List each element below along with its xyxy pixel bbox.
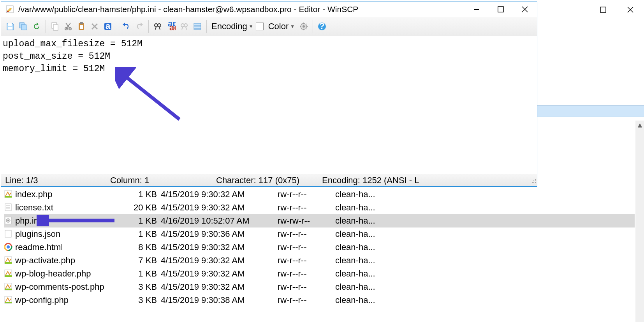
editor-title: /var/www/public/clean-hamster/php.ini - …: [18, 5, 465, 14]
file-owner: clean-ha...: [335, 295, 394, 305]
svg-rect-56: [194, 23, 201, 30]
status-encoding: Encoding: 1252 (ANSI - L: [318, 174, 530, 186]
svg-rect-34: [53, 24, 58, 30]
maximize-button[interactable]: [489, 2, 513, 17]
save-button[interactable]: [4, 20, 17, 33]
close-button[interactable]: [513, 2, 537, 17]
redo-button[interactable]: [133, 20, 146, 33]
file-icon: [4, 216, 13, 226]
editor-titlebar[interactable]: /var/www/public/clean-hamster/php.ini - …: [1, 2, 537, 17]
file-rights: rw-r--r--: [278, 189, 335, 200]
svg-line-48: [155, 27, 156, 30]
file-name: php.ini: [15, 216, 40, 226]
file-icon: [4, 282, 13, 292]
preferences-button[interactable]: [297, 20, 310, 33]
svg-point-52: [181, 24, 184, 27]
file-size: 1 KB: [114, 269, 161, 279]
file-name: index.php: [15, 189, 52, 200]
file-size: 1 KB: [114, 216, 161, 226]
file-changed: 4/15/2019 9:30:32 AM: [161, 269, 278, 279]
status-column: Column: 1: [106, 174, 212, 186]
table-row[interactable]: plugins.json1 KB4/15/2019 9:30:36 AMrw-r…: [4, 228, 635, 241]
table-row[interactable]: php.ini1 KB4/16/2019 10:52:07 AMrw-rw-r-…: [4, 214, 635, 228]
reload-button[interactable]: [30, 20, 43, 33]
svg-rect-12: [5, 230, 11, 237]
svg-rect-31: [8, 23, 12, 26]
file-icon: [4, 190, 13, 199]
table-row[interactable]: license.txt20 KB4/15/2019 9:30:32 AMrw-r…: [4, 201, 635, 214]
table-row[interactable]: wp-blog-header.php1 KB4/15/2019 9:30:32 …: [4, 267, 635, 280]
scroll-up-icon[interactable]: ▴: [635, 121, 644, 129]
table-row[interactable]: wp-activate.php7 KB4/15/2019 9:30:32 AMr…: [4, 254, 635, 267]
svg-line-69: [306, 24, 306, 24]
table-row[interactable]: wp-config.php3 KB4/15/2019 9:30:38 AMrw-…: [4, 294, 635, 307]
file-owner: clean-ha...: [335, 256, 394, 266]
table-row[interactable]: wp-comments-post.php3 KB4/15/2019 9:30:3…: [4, 280, 635, 294]
toolbar-separator: [148, 20, 149, 33]
parent-maximize-button[interactable]: [589, 0, 617, 19]
help-button[interactable]: ?: [315, 20, 329, 33]
save-all-button[interactable]: [17, 20, 30, 33]
parent-scrollbar[interactable]: ▴: [635, 121, 644, 322]
table-row[interactable]: readme.html8 KB4/15/2019 9:30:32 AMrw-r-…: [4, 241, 635, 254]
svg-rect-41: [80, 25, 83, 29]
file-changed: 4/15/2019 9:30:32 AM: [161, 189, 278, 200]
file-name: wp-activate.php: [15, 256, 75, 266]
parent-close-button[interactable]: [617, 0, 644, 19]
file-rights: rw-r--r--: [278, 282, 335, 292]
file-size: 1 KB: [114, 189, 161, 200]
svg-line-55: [186, 27, 187, 30]
file-changed: 4/16/2019 10:52:07 AM: [161, 216, 278, 226]
toolbar-separator: [117, 20, 117, 33]
svg-line-67: [306, 28, 306, 29]
file-owner: clean-ha...: [335, 282, 394, 292]
file-name: wp-comments-post.php: [15, 282, 104, 292]
cut-button[interactable]: [62, 20, 75, 33]
file-owner: clean-ha...: [335, 242, 394, 252]
file-name: plugins.json: [15, 229, 60, 239]
delete-button[interactable]: [88, 20, 101, 33]
file-icon: [4, 203, 13, 212]
encoding-dropdown[interactable]: Encoding▼: [209, 21, 256, 32]
color-checkbox[interactable]: [256, 23, 264, 30]
goto-button[interactable]: [191, 20, 204, 33]
select-all-button[interactable]: a: [101, 20, 114, 33]
svg-rect-40: [80, 22, 83, 24]
editor-textarea[interactable]: upload_max_filesize = 512M post_max_size…: [1, 37, 537, 174]
file-icon: [4, 256, 13, 265]
paste-button[interactable]: [75, 20, 88, 33]
file-changed: 4/15/2019 9:30:32 AM: [161, 256, 278, 266]
file-name: readme.html: [15, 242, 63, 252]
file-rights: rw-r--r--: [278, 256, 335, 266]
file-size: 7 KB: [114, 256, 161, 266]
file-size: 8 KB: [114, 242, 161, 252]
svg-point-74: [535, 180, 536, 181]
svg-point-61: [303, 25, 305, 28]
svg-point-11: [7, 220, 9, 221]
resize-grip[interactable]: [530, 177, 537, 184]
file-icon: [4, 229, 13, 239]
svg-point-14: [7, 245, 10, 248]
undo-button[interactable]: [120, 20, 133, 33]
table-row[interactable]: index.php1 KB4/15/2019 9:30:32 AMrw-r--r…: [4, 188, 635, 201]
replace-button[interactable]: abac: [164, 20, 178, 33]
color-label: Color: [268, 21, 289, 32]
file-changed: 4/15/2019 9:30:32 AM: [161, 242, 278, 252]
svg-rect-22: [5, 289, 12, 290]
minimize-button[interactable]: [465, 2, 489, 17]
find-button[interactable]: [151, 20, 164, 33]
editor-window: /var/www/public/clean-hamster/php.ini - …: [1, 2, 537, 187]
file-rights: rw-r--r--: [278, 295, 335, 305]
svg-point-75: [532, 182, 533, 183]
file-owner: clean-ha...: [335, 203, 394, 213]
find-next-button[interactable]: [178, 20, 191, 33]
status-character: Character: 117 (0x75): [212, 174, 318, 186]
svg-point-72: [535, 179, 536, 180]
svg-line-49: [159, 27, 160, 30]
file-changed: 4/15/2019 9:30:36 AM: [161, 229, 278, 239]
svg-line-66: [301, 24, 302, 24]
color-dropdown[interactable]: Color▼: [266, 21, 297, 32]
copy-button[interactable]: [48, 20, 62, 33]
file-size: 3 KB: [114, 282, 161, 292]
file-changed: 4/15/2019 9:30:32 AM: [161, 282, 278, 292]
